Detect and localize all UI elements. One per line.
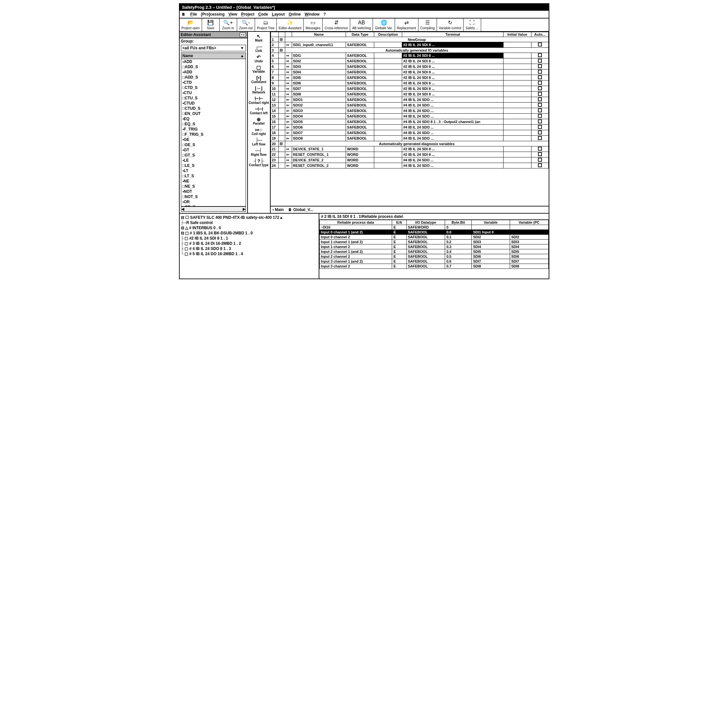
checkbox-icon[interactable] [538,42,542,47]
io-row[interactable]: Input 0 channel 1 (and 2)ESAFEBOOL0.0SDI… [319,230,548,235]
fb-item[interactable]: ▪GE [181,137,246,142]
var-row[interactable]: 17⇦SDO6SAFEBOOL#4 IB IL 24 SDO ... [270,125,548,130]
io-col[interactable]: Reliable process data [319,220,392,225]
fb-item[interactable]: ▪LT [181,168,246,174]
tb-replacement[interactable]: ⇄Replacement [395,19,418,31]
col-header[interactable] [279,32,285,37]
var-row[interactable]: 11⇨SDI8SAFEBOOL#2 IB IL 24 SDI 8 ... [270,92,548,97]
hardware-tree[interactable]: ⊟ 🖵 SAFETY SLC 400 PND-4TX-IB safety-slc… [180,214,319,279]
var-row[interactable]: 24⇦RESET_CONTROL_2WORD#4 IB IL 24 SDO ..… [270,163,548,168]
var-row[interactable]: 12⇦SDO1SAFEBOOL#4 IB IL 24 SDO ... [270,97,548,102]
fb-item[interactable]: ▪GT [181,147,246,153]
checkbox-icon[interactable] [538,158,542,162]
fb-item[interactable]: ▪OR [181,199,246,204]
var-row[interactable]: 20⊟Automatically generated diagnosis var… [270,141,548,146]
col-header[interactable]: Initial Value [503,32,531,37]
tb-ab-switching[interactable]: ABAB switching [350,19,373,31]
var-row[interactable]: 7⇨SDI4SAFEBOOL#2 IB IL 24 SDI 8 ... [270,70,548,75]
var-row[interactable]: 15⇦SDO4SAFEBOOL#4 IB IL 24 SDO ... [270,114,548,119]
tree-node[interactable]: ⊟ ▢ # 1 IBS IL 24 BK-DSUB-2MBD 1 . 0 [181,230,317,236]
tool-parallel[interactable]: ⊕Parallel [253,116,265,126]
var-row[interactable]: 9⇨SDI6SAFEBOOL#2 IB IL 24 SDI 8 ... [270,80,548,86]
io-row[interactable]: ~DI16ESAFEWORD0 [319,225,548,230]
io-table[interactable]: Reliable process dataE/AI/O DatatypeByte… [319,220,549,269]
var-row[interactable]: 23⇨DEVICE_STATE_2WORD#4 IB IL 24 SDO ... [270,158,548,163]
tool-contact-right[interactable]: ⊢⊢Contact right [249,95,269,105]
tree-node[interactable]: ├─R Safe control [181,220,317,225]
io-row[interactable]: Input 2 channel 2ESAFEBOOL0.5SDI6SDI6 [319,254,548,259]
fb-item[interactable]: □EN_OUT [181,111,246,116]
tree-node[interactable]: ├ ▢ # 3 IB IL 24 DI 16-2MBD 1 . 2 [181,241,317,246]
fb-item[interactable]: □CTU_S [181,95,246,101]
tool-network[interactable]: |↔|Network [252,85,265,95]
tool-comment[interactable]: [•]Comment [251,75,266,85]
tb-editor-assistant[interactable]: ✨Editor-Assistant [277,19,304,31]
fb-item[interactable]: ▪NE [181,178,246,184]
tb-globale-var-[interactable]: 🌐Globale Var. [373,19,395,31]
var-row[interactable]: 10⇨SDI7SAFEBOOL#2 IB IL 24 SDI 8 ... [270,86,548,92]
tb-safety-[interactable]: ⛶Safety ... [463,19,481,31]
checkbox-icon[interactable] [538,81,542,85]
col-header[interactable]: Description [374,32,402,37]
fb-item[interactable]: ▪CTUD [181,101,246,106]
ea-window-controls[interactable]: ▾✕ [240,32,246,37]
menu-[interactable]: ? [323,12,326,16]
fb-item[interactable]: ▪F_TRIG [181,127,246,132]
fb-item[interactable]: □LE_S [181,163,246,168]
tb-compiling[interactable]: ☰Compiling [418,19,437,31]
menu-file[interactable]: File [190,12,197,16]
tool-right-flow[interactable]: ─┤Right flow [251,147,266,157]
tool-contact-type[interactable]: ┤?├Contact type [249,158,269,168]
checkbox-icon[interactable] [538,108,542,112]
fb-item[interactable]: □LT_S [181,174,246,178]
menu-project[interactable]: Project [241,12,254,16]
menu-online[interactable]: Online [288,12,301,16]
tb-cross-reference[interactable]: ⇵Cross-reference [323,19,350,31]
tree-node[interactable]: ├ ▢ # 4 IB IL 24 SDO 8 1 . 3 [181,246,317,251]
checkbox-icon[interactable] [538,103,542,107]
fb-item[interactable]: □GE_S [181,142,246,147]
tb-project-tree[interactable]: 🗂Project Tree [255,19,277,31]
fb-item[interactable]: ▪NOT [181,189,246,194]
fb-item[interactable]: □NE_S [181,184,246,189]
var-row[interactable]: 22⇦RESET_CONTROL_1WORD#2 IB IL 24 SDI 8 … [270,152,548,158]
io-row[interactable]: Input 3 channel 1 (and 2)ESAFEBOOL0.6SDI… [319,259,548,264]
tab-main[interactable]: ▪ Main [273,207,284,212]
tb-zoom-out[interactable]: 🔍-Zoom out [237,19,255,31]
fb-item[interactable]: ▪CTD [181,80,246,85]
tree-node[interactable]: ⊟ △ # INTERBUS 0 . 0 [181,225,317,230]
fb-item[interactable]: ▪ADD [181,59,246,64]
fb-item[interactable]: □CTUD_S [181,106,246,111]
tool-undo[interactable]: ↶Undo [255,54,263,64]
fb-item[interactable]: □EQ_S [181,121,246,127]
fb-item[interactable]: □ADD_S [181,75,246,80]
var-row[interactable]: 16⇦SDO5SAFEBOOL#4 IB IL 24 SDO 8 1 . 3 :… [270,119,548,125]
checkbox-icon[interactable] [538,136,542,140]
tb-variable-control[interactable]: ↻Variable control [437,19,463,31]
fb-item[interactable]: ▪LE [181,158,246,163]
ea-fb-list[interactable]: ▪ADD□ADD_S▪ADD□ADD_S▪CTD□CTD_S▪CTU□CTU_S… [181,59,246,206]
checkbox-icon[interactable] [538,70,542,74]
col-header[interactable] [285,32,292,37]
tool-variable[interactable]: ▢Variable [252,64,265,74]
tool-left-flow[interactable]: ├─Left flow [252,137,265,147]
io-row[interactable]: Input 3 channel 2ESAFEBOOL0.7SDI8SDI8 [319,264,548,269]
io-col[interactable]: Variable [472,220,510,225]
fb-item[interactable]: ▪EQ [181,116,246,121]
var-row[interactable]: 5⇨SDI2SAFEBOOL#2 IB IL 24 SDI 8 ... [270,58,548,64]
io-row[interactable]: Input 1 channel 2ESAFEBOOL0.3SDI4SDI4 [319,244,548,249]
var-row[interactable]: 21⇨DEVICE_STATE_1WORD#2 IB IL 24 SDI 8 .… [270,146,548,152]
col-header[interactable]: Terminal [402,32,503,37]
checkbox-icon[interactable] [538,114,542,118]
tree-node[interactable]: └ ▢ # 5 IB IL 24 DO 16-2MBD 1 . 4 [181,251,317,257]
var-row[interactable]: 14⇦SDO3SAFEBOOL#4 IB IL 24 SDO ... [270,108,548,114]
checkbox-icon[interactable] [538,130,542,134]
ea-group-select[interactable]: <all FUs and FBs> ▼ [181,45,246,51]
var-row[interactable]: 4⇨SDI1SAFEBOOL#2 IB IL 24 SDI 8 ... [270,53,548,58]
tree-node[interactable]: ⊟ 🖵 SAFETY SLC 400 PND-4TX-IB safety-slc… [181,215,317,220]
var-row[interactable]: 18⇦SDO7SAFEBOOL#4 IB IL 24 SDO ... [270,130,548,136]
var-row[interactable]: 6⇨SDI3SAFEBOOL#2 IB IL 24 SDI 8 ... [270,64,548,70]
checkbox-icon[interactable] [538,92,542,96]
io-col[interactable]: E/A [392,220,406,225]
menu-window[interactable]: Window [305,12,320,16]
